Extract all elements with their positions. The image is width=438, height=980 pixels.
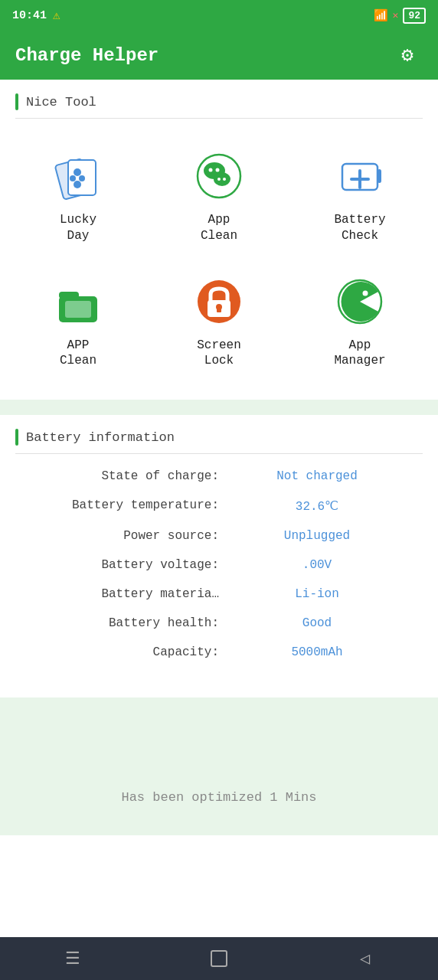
wifi-icon: 📶 <box>374 8 388 23</box>
battery-row-source: Power source: Unplugged <box>23 521 415 550</box>
app-bar: Charge Helper ⚙ <box>0 31 438 80</box>
capacity-label: Capacity: <box>23 645 219 659</box>
screen-lock-icon <box>192 275 246 328</box>
app-clean2-label: APPClean <box>60 338 96 370</box>
temp-label: Battery temperature: <box>23 498 219 514</box>
battery-row-temp: Battery temperature: 32.6℃ <box>23 491 415 521</box>
nav-menu-button[interactable]: ☰ <box>51 937 94 980</box>
time-display: 10:41 <box>12 9 47 22</box>
battery-indicator: 92 <box>403 8 426 24</box>
app-clean2-icon <box>51 275 105 328</box>
battery-info-section: Battery information State of charge: Not… <box>0 415 438 697</box>
battery-check-icon <box>333 149 387 203</box>
material-label: Battery materia… <box>23 587 219 601</box>
lucky-day-label: LuckyDay <box>60 212 96 244</box>
menu-icon: ☰ <box>65 949 80 969</box>
status-bar: 10:41 ⚠ 📶 ✕ 92 <box>0 0 438 31</box>
optimized-text: Has been optimized 1 Mins <box>121 790 316 805</box>
main-content: Nice Tool LuckyDay <box>0 80 438 937</box>
svg-point-3 <box>74 181 81 188</box>
app-clean-icon <box>192 149 246 203</box>
back-icon: ◁ <box>360 949 370 969</box>
nav-bar: ☰ ◁ <box>0 937 438 980</box>
svg-rect-23 <box>217 307 221 312</box>
battery-section-bar <box>15 429 18 446</box>
svg-point-25 <box>363 290 368 296</box>
temp-value: 32.6℃ <box>219 498 415 514</box>
charge-label: State of charge: <box>23 469 219 483</box>
settings-button[interactable]: ⚙ <box>392 40 423 70</box>
app-clean-tool[interactable]: AppClean <box>149 134 289 260</box>
app-manager-label: AppManager <box>334 338 385 370</box>
charge-value: Not charged <box>219 469 415 483</box>
svg-point-12 <box>223 178 226 181</box>
battery-x-icon: ✕ <box>393 9 399 21</box>
gap-section <box>0 400 438 415</box>
svg-point-11 <box>217 178 221 181</box>
optimized-section: Has been optimized 1 Mins <box>0 697 438 835</box>
source-value: Unplugged <box>219 529 415 543</box>
screen-lock-tool[interactable]: ScreenLock <box>149 260 289 385</box>
app-manager-tool[interactable]: AppManager <box>289 260 430 385</box>
capacity-value: 5000mAh <box>219 645 415 659</box>
svg-rect-14 <box>378 169 381 183</box>
svg-point-9 <box>209 168 213 172</box>
nice-tool-header: Nice Tool <box>0 80 438 118</box>
svg-point-5 <box>79 175 85 181</box>
battery-table: State of charge: Not charged Battery tem… <box>0 454 438 682</box>
status-left: 10:41 ⚠ <box>12 8 60 23</box>
svg-point-8 <box>214 172 230 186</box>
app-clean-label: AppClean <box>201 212 237 244</box>
battery-check-tool[interactable]: BatteryCheck <box>289 134 430 260</box>
source-label: Power source: <box>23 529 219 543</box>
battery-row-material: Battery materia… Li-ion <box>23 580 415 609</box>
status-right: 📶 ✕ 92 <box>374 8 426 24</box>
battery-row-health: Battery health: Good <box>23 609 415 638</box>
voltage-value: .00V <box>219 558 415 572</box>
home-icon <box>211 950 227 967</box>
section-bar-accent <box>15 93 18 110</box>
health-value: Good <box>219 616 415 630</box>
nav-back-button[interactable]: ◁ <box>344 937 387 980</box>
battery-check-label: BatteryCheck <box>334 212 385 244</box>
voltage-label: Battery voltage: <box>23 558 219 572</box>
svg-point-10 <box>216 168 220 172</box>
nav-home-button[interactable] <box>198 937 240 980</box>
battery-row-charge: State of charge: Not charged <box>23 462 415 491</box>
tools-grid: LuckyDay AppClean <box>0 119 438 400</box>
battery-info-header: Battery information <box>0 415 438 453</box>
screen-lock-label: ScreenLock <box>197 338 241 370</box>
battery-row-voltage: Battery voltage: .00V <box>23 550 415 580</box>
app-manager-icon <box>333 275 387 328</box>
svg-rect-19 <box>65 301 91 318</box>
lucky-day-tool[interactable]: LuckyDay <box>8 134 149 260</box>
warning-icon: ⚠ <box>53 8 60 23</box>
nice-tool-title: Nice Tool <box>26 95 96 109</box>
app-clean2-tool[interactable]: APPClean <box>8 260 149 385</box>
app-title: Charge Helper <box>15 45 159 66</box>
svg-point-4 <box>70 175 76 181</box>
battery-info-title: Battery information <box>26 430 175 445</box>
battery-row-capacity: Capacity: 5000mAh <box>23 638 415 667</box>
material-value: Li-ion <box>219 587 415 601</box>
lucky-day-icon <box>51 149 105 203</box>
svg-point-2 <box>74 168 81 176</box>
health-label: Battery health: <box>23 616 219 630</box>
